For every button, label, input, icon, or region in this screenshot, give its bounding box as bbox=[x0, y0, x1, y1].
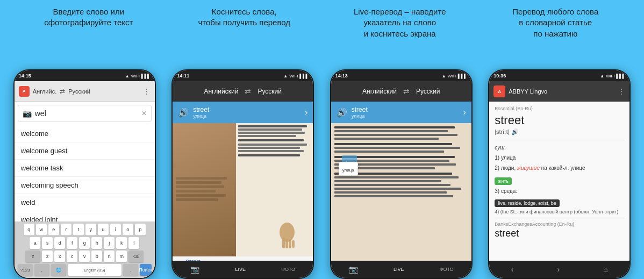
suggestion-1[interactable]: welcome guest bbox=[15, 142, 155, 160]
suggestion-0[interactable]: welcome bbox=[15, 125, 155, 142]
phone-1: 14:15 ▲WiFi▌▌▌ A Английс. ⇄ Русский ⋮ 📷 … bbox=[13, 69, 156, 279]
phone3-swap-icon[interactable]: ⇄ bbox=[403, 87, 410, 96]
key-r[interactable]: r bbox=[61, 224, 71, 235]
phone3-header: Английский ⇄ Русский bbox=[331, 81, 471, 102]
keyboard[interactable]: q w e r t y u i o p a s d f g h bbox=[15, 221, 155, 278]
phones-row: 14:15 ▲WiFi▌▌▌ A Английс. ⇄ Русский ⋮ 📷 … bbox=[0, 44, 644, 279]
caption-4: Перевод любого словав словарной статьепо… bbox=[483, 6, 628, 39]
live-translation-view: street улица bbox=[331, 123, 471, 261]
phone4-menu-icon[interactable]: ⋮ bbox=[618, 87, 625, 96]
forward-nav-icon[interactable]: › bbox=[557, 265, 560, 274]
photo-label-2[interactable]: ФОТО bbox=[281, 267, 295, 272]
word-result-bar-2: 🔊 street улица › bbox=[173, 102, 313, 123]
key-d[interactable]: d bbox=[54, 237, 65, 249]
phone4-header: A ABBYY Lingvo ⋮ bbox=[489, 81, 629, 102]
swap-icon-1[interactable]: ⇄ bbox=[60, 88, 65, 95]
back-nav-icon[interactable]: ‹ bbox=[511, 265, 514, 274]
menu-icon-1[interactable]: ⋮ bbox=[143, 87, 151, 96]
key-l[interactable]: l bbox=[128, 237, 139, 249]
suggestion-3[interactable]: welcoming speech bbox=[15, 177, 155, 194]
search-query[interactable]: wel bbox=[35, 109, 138, 118]
status-time-3: 14:13 bbox=[335, 73, 348, 78]
key-f[interactable]: f bbox=[67, 237, 77, 249]
key-search[interactable]: Поиск bbox=[140, 264, 152, 276]
key-num[interactable]: ?123 bbox=[18, 264, 33, 276]
phone3-lang-to[interactable]: Русский bbox=[416, 88, 440, 95]
speaker-icon-3[interactable]: 🔊 bbox=[337, 108, 347, 118]
dict-word-secondary: street bbox=[495, 228, 624, 239]
dict-def-4: 4) (the St... или финансовый центр (обык… bbox=[495, 209, 624, 214]
arrow-right-3[interactable]: › bbox=[463, 108, 466, 117]
key-comma[interactable]: , bbox=[34, 264, 49, 276]
book-right-page bbox=[236, 123, 313, 256]
status-icons-2: ▲WiFi▌▌▌ bbox=[283, 74, 309, 78]
key-h[interactable]: h bbox=[91, 237, 102, 249]
key-b[interactable]: b bbox=[91, 251, 102, 262]
key-s[interactable]: s bbox=[42, 237, 53, 249]
camera-icon-3[interactable]: 📷 bbox=[349, 265, 358, 274]
key-y[interactable]: y bbox=[85, 224, 96, 235]
key-shift[interactable]: ⇧ bbox=[25, 251, 40, 262]
kb-row-bottom: ?123 , 🌐 English (US) . Поиск bbox=[16, 264, 154, 276]
key-q[interactable]: q bbox=[24, 224, 34, 235]
key-t[interactable]: t bbox=[73, 224, 84, 235]
captions-row: Введите слово илисфотографируйте текст К… bbox=[0, 0, 644, 44]
key-backspace[interactable]: ⌫ bbox=[128, 251, 144, 262]
dict-tooltip-dark: live, reside, lodge, exist, be bbox=[495, 199, 560, 207]
phone2-lang-from[interactable]: Английский bbox=[204, 88, 239, 95]
suggestion-5[interactable]: welded joint bbox=[15, 211, 155, 221]
key-space[interactable]: English (US) bbox=[68, 264, 121, 276]
status-icons-4: ▲WiFi▌▌▌ bbox=[600, 74, 625, 78]
lang-to-1[interactable]: Русский bbox=[68, 88, 90, 95]
caption-3: Live-перевод – наведитеуказатель на слов… bbox=[327, 6, 473, 39]
lang-from-1[interactable]: Английс. bbox=[33, 88, 56, 95]
search-box[interactable]: 📷 wel ✕ bbox=[18, 105, 152, 122]
key-c[interactable]: c bbox=[67, 251, 77, 262]
key-j[interactable]: j bbox=[104, 237, 115, 249]
key-x[interactable]: x bbox=[54, 251, 65, 262]
live-label-2[interactable]: LIVE bbox=[235, 267, 246, 272]
key-v[interactable]: v bbox=[79, 251, 90, 262]
key-g[interactable]: g bbox=[79, 237, 90, 249]
hotel-listings: 📅 Crown Scheldekai 658 B3 3032 AK Fax: (… bbox=[173, 256, 313, 261]
phone1-header: A Английс. ⇄ Русский ⋮ bbox=[15, 81, 155, 102]
key-period[interactable]: . bbox=[123, 264, 138, 276]
key-globe[interactable]: 🌐 bbox=[51, 264, 66, 276]
word-en-2: street улица bbox=[193, 106, 209, 119]
phone2-lang-to[interactable]: Русский bbox=[257, 88, 282, 95]
key-n[interactable]: n bbox=[104, 251, 115, 262]
key-k[interactable]: k bbox=[116, 237, 127, 249]
key-i[interactable]: i bbox=[110, 224, 121, 235]
suggestion-2[interactable]: welcome task bbox=[15, 160, 155, 177]
live-label-3[interactable]: LIVE bbox=[393, 267, 404, 272]
camera-icon[interactable]: 📷 bbox=[23, 109, 32, 118]
dict-tooltip-dark-container: live, reside, lodge, exist, be bbox=[495, 197, 624, 208]
phone3-lang-from[interactable]: Английский bbox=[362, 88, 397, 95]
dict-section-label-1: Essential (En-Ru) bbox=[495, 106, 624, 111]
key-w[interactable]: w bbox=[36, 224, 47, 235]
home-nav-icon[interactable]: ⌂ bbox=[603, 265, 607, 274]
photo-label-3[interactable]: ФОТО bbox=[440, 267, 454, 272]
phone2-bottom-bar: 📷 LIVE ФОТО bbox=[173, 261, 313, 278]
status-time-2: 14:11 bbox=[177, 73, 189, 78]
translation-popup: улица bbox=[339, 162, 358, 176]
key-u[interactable]: u bbox=[98, 224, 109, 235]
status-bar-3: 14:13 ▲WiFi▌▌▌ bbox=[331, 70, 471, 81]
key-p[interactable]: p bbox=[135, 224, 146, 235]
clear-icon[interactable]: ✕ bbox=[141, 110, 147, 117]
camera-icon-2[interactable]: 📷 bbox=[190, 265, 199, 274]
kb-row-1: q w e r t y u i o p bbox=[16, 224, 154, 235]
speaker-icon-2[interactable]: 🔊 bbox=[178, 108, 189, 118]
phone-3: 14:13 ▲WiFi▌▌▌ Английский ⇄ Русский 🔊 st… bbox=[330, 69, 473, 279]
key-e[interactable]: e bbox=[48, 224, 59, 235]
suggestion-4[interactable]: weld bbox=[15, 194, 155, 211]
key-a[interactable]: a bbox=[30, 237, 40, 249]
word-en-3: street улица bbox=[352, 106, 368, 119]
arrow-right-2[interactable]: › bbox=[305, 108, 307, 117]
key-z[interactable]: z bbox=[42, 251, 53, 262]
key-o[interactable]: o bbox=[123, 224, 133, 235]
word-result-bar-3: 🔊 street улица › bbox=[331, 102, 471, 123]
key-m[interactable]: m bbox=[116, 251, 127, 262]
finger-icon bbox=[278, 221, 297, 248]
phone2-swap-icon[interactable]: ⇄ bbox=[245, 87, 251, 96]
